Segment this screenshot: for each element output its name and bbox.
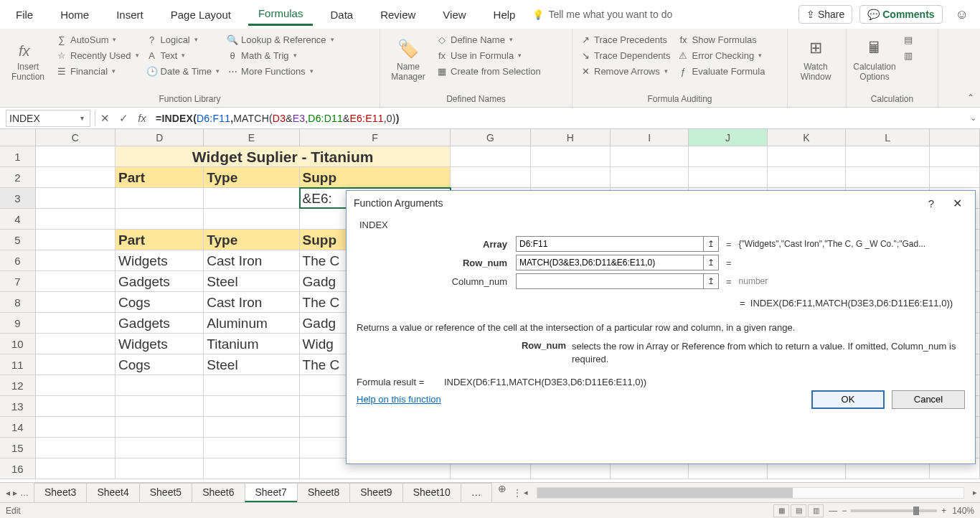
menu-insert[interactable]: Insert [106,4,154,25]
row-1[interactable]: 1 [0,146,36,166]
sheet-tab[interactable]: Sheet10 [402,483,461,502]
menu-home[interactable]: Home [50,4,99,25]
row-12[interactable]: 12 [0,375,36,395]
table-row[interactable]: Gadgets [116,313,204,333]
zoom-level[interactable]: 140% [952,506,974,516]
row-10[interactable]: 10 [0,334,36,354]
feedback-icon[interactable]: ☺ [950,4,974,25]
horizontal-scrollbar[interactable] [537,487,964,499]
more-functions-button[interactable]: ⋯More Functions▾ [225,65,336,77]
col-D[interactable]: D [116,129,204,146]
col-M[interactable] [930,129,980,146]
calc-now-button[interactable]: ▤ [901,33,915,46]
share-button[interactable]: ⇪ Share [798,5,852,24]
header-supp[interactable]: Supp [300,167,451,187]
sheet-tab[interactable]: Sheet4 [86,483,139,502]
recently-used-button[interactable]: ☆Recently Used▾ [55,49,141,62]
calculation-options-button[interactable]: 🖩 Calculation Options [852,32,897,89]
name-manager-button[interactable]: 🏷️ Name Manager [386,32,430,89]
tab-prev-icon[interactable]: ◂ [6,488,10,498]
zoom-in-button[interactable]: + [941,506,946,516]
table-row[interactable]: Widgets [116,334,204,354]
formula-bar-input[interactable]: =INDEX(D6:F11,MATCH(D3&E3,D6:D11&E6:E11,… [151,111,966,126]
cancel-button[interactable]: Cancel [892,390,965,409]
fx-button[interactable]: fx [133,112,151,124]
create-from-selection-button[interactable]: ▦Create from Selection [435,65,542,77]
row-2[interactable]: 2 [0,167,36,187]
add-sheet-button[interactable]: ⊕ [492,483,512,502]
view-normal-button[interactable]: ▦ [773,504,789,517]
dialog-close-button[interactable]: ✕ [947,194,968,213]
col-J[interactable]: J [689,129,767,146]
header-part[interactable]: Part [116,167,204,187]
select-all-corner[interactable] [0,129,36,146]
watch-window-button[interactable]: ⊞ Watch Window [793,32,838,89]
menu-help[interactable]: Help [484,4,526,25]
dialog-help-button[interactable]: ? [924,197,947,209]
name-box[interactable]: INDEX ▾ [6,110,90,127]
autosum-button[interactable]: ∑AutoSum▾ [55,33,141,46]
row-11[interactable]: 11 [0,354,36,375]
table-row[interactable]: Cogs [116,354,204,375]
define-name-button[interactable]: ◇Define Name▾ [435,33,542,46]
table-row[interactable]: Gadgets [116,271,204,291]
header-type[interactable]: Type [204,167,299,187]
table-row[interactable]: Cogs [116,292,204,312]
tell-me-search[interactable]: 💡 Tell me what you want to do [532,9,672,20]
enter-formula-button[interactable]: ✓ [114,112,133,125]
collapse-dialog-icon[interactable]: ↥ [703,255,719,270]
show-formulas-button[interactable]: fxShow Formulas [676,33,766,46]
row-13[interactable]: 13 [0,396,36,416]
help-on-function-link[interactable]: Help on this function [357,394,441,405]
row-4[interactable]: 4 [0,209,36,229]
view-page-layout-button[interactable]: ▤ [791,504,806,517]
trace-dependents-button[interactable]: ↘Trace Dependents [578,49,672,62]
name-box-dropdown-icon[interactable]: ▾ [77,114,87,122]
error-checking-button[interactable]: ⚠Error Checking▾ [676,49,766,62]
math-trig-button[interactable]: θMath & Trig▾ [225,49,336,62]
evaluate-formula-button[interactable]: ƒEvaluate Formula [676,65,766,77]
tab-ellipsis-icon[interactable]: … [20,488,29,498]
col-K[interactable]: K [768,129,846,146]
arg-array-input[interactable] [516,236,704,252]
ok-button[interactable]: OK [811,390,885,409]
sheet-tab-more[interactable]: … [461,483,492,502]
menu-formulas[interactable]: Formulas [248,3,314,26]
sheet-tab[interactable]: Sheet5 [139,483,192,502]
col-F[interactable]: F [300,129,451,146]
row-6[interactable]: 6 [0,250,36,270]
remove-arrows-button[interactable]: ✕Remove Arrows▾ [578,65,672,77]
title-cell[interactable]: Widget Suplier - Titanium [116,146,451,166]
sheet-tab[interactable]: Sheet8 [297,483,350,502]
col-E[interactable]: E [204,129,299,146]
text-button[interactable]: AText▾ [145,49,222,62]
arg-rownum-input[interactable] [516,255,704,270]
row-3[interactable]: 3 [0,188,36,208]
zoom-out-button[interactable]: − [842,506,847,516]
arg-columnnum-input[interactable] [516,273,704,289]
calc-sheet-button[interactable]: ▥ [901,49,915,62]
logical-button[interactable]: ?Logical▾ [145,33,222,46]
table-row[interactable]: Widgets [116,250,204,270]
trace-precedents-button[interactable]: ↗Trace Precedents [578,33,672,46]
sheet-tab[interactable]: Sheet9 [349,483,402,502]
menu-file[interactable]: File [6,4,43,25]
col-G[interactable]: G [451,129,530,146]
row-5[interactable]: 5 [0,230,36,250]
row-7[interactable]: 7 [0,271,36,291]
col-I[interactable]: I [611,129,689,146]
row-15[interactable]: 15 [0,438,36,458]
menu-data[interactable]: Data [320,4,363,25]
row-14[interactable]: 14 [0,417,36,437]
col-H[interactable]: H [531,129,611,146]
lookup-ref-button[interactable]: 🔍Lookup & Reference▾ [225,33,336,46]
col-L[interactable]: L [846,129,930,146]
sheet-tab-active[interactable]: Sheet7 [245,483,298,502]
comments-button[interactable]: 💬 Comments [859,5,942,24]
menu-view[interactable]: View [433,4,476,25]
menu-review[interactable]: Review [370,4,425,25]
scroll-left-icon[interactable]: ◂ [521,488,531,497]
scroll-right-icon[interactable]: ▸ [970,488,980,497]
collapse-dialog-icon[interactable]: ↥ [703,236,719,252]
collapse-ribbon-icon[interactable]: ⌃ [967,93,974,103]
